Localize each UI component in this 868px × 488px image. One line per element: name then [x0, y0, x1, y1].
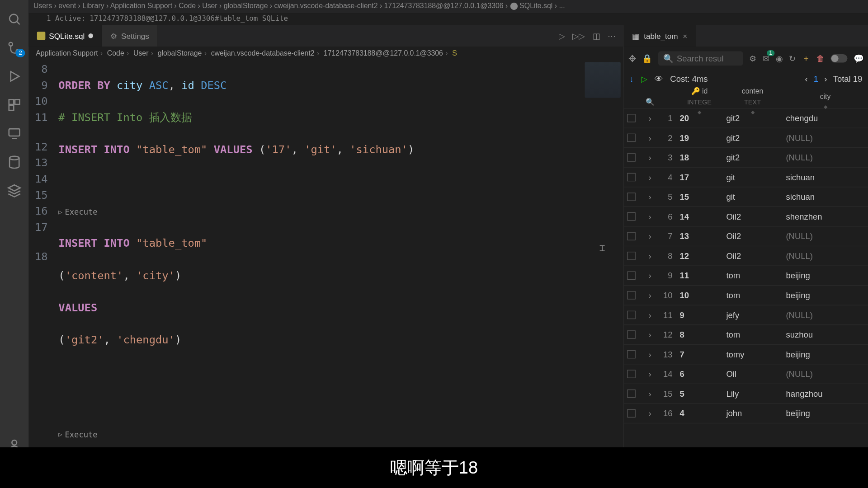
row-checkbox[interactable]	[627, 232, 635, 240]
cell-id[interactable]: 19	[676, 133, 723, 142]
cell-content[interactable]: tom	[723, 330, 783, 339]
next-page-icon[interactable]: ›	[824, 74, 827, 84]
cell-city[interactable]: hangzhou	[783, 389, 868, 399]
cell-id[interactable]: 13	[676, 231, 723, 241]
expand-icon[interactable]: ›	[640, 291, 659, 300]
cell-id[interactable]: 9	[676, 310, 723, 319]
row-checkbox[interactable]	[627, 370, 635, 378]
expand-icon[interactable]: ›	[640, 408, 659, 418]
execute-codelens[interactable]: Execute	[58, 206, 623, 219]
cell-city[interactable]: beijing	[783, 291, 868, 300]
row-checkbox[interactable]	[627, 389, 635, 398]
cell-city[interactable]: (NULL)	[783, 153, 868, 162]
cell-id[interactable]: 15	[676, 192, 723, 202]
row-checkbox[interactable]	[627, 114, 635, 122]
expand-icon[interactable]: ›	[640, 172, 659, 182]
expand-icon[interactable]: ›	[640, 369, 659, 379]
cell-content[interactable]: git2	[723, 133, 783, 142]
tab-settings[interactable]: ⚙ Settings	[102, 25, 158, 47]
tab-sqlite-sql[interactable]: SQLite.sql	[28, 25, 102, 47]
cell-id[interactable]: 4	[676, 408, 723, 418]
cell-city[interactable]: sichuan	[783, 172, 868, 182]
close-icon[interactable]: ×	[683, 31, 687, 40]
table-row[interactable]: ›812Oil2(NULL)	[623, 246, 868, 266]
expand-icon[interactable]: ›	[640, 330, 659, 339]
execute-codelens[interactable]: Execute	[58, 428, 623, 441]
table-row[interactable]: ›119jefy(NULL)	[623, 305, 868, 325]
table-row[interactable]: ›614Oil2shenzhen	[623, 207, 868, 227]
row-checkbox[interactable]	[627, 212, 635, 221]
expand-icon[interactable]: ›	[640, 310, 659, 319]
lock-icon[interactable]: 🔒	[642, 54, 652, 63]
cell-city[interactable]: chengdu	[783, 113, 868, 123]
row-checkbox[interactable]	[627, 252, 635, 260]
toggle[interactable]	[830, 54, 847, 62]
table-row[interactable]: ›1010tombeijing	[623, 286, 868, 305]
run-all-icon[interactable]: ▷▷	[572, 31, 585, 41]
col-content[interactable]: contenTEXT	[723, 87, 783, 117]
cell-id[interactable]: 14	[676, 212, 723, 221]
cell-content[interactable]: tom	[723, 291, 783, 300]
table-row[interactable]: ›219git2(NULL)	[623, 128, 868, 148]
cell-id[interactable]: 18	[676, 153, 723, 162]
search-input[interactable]: 🔍	[658, 52, 743, 66]
cell-id[interactable]: 11	[676, 271, 723, 280]
cell-content[interactable]: Oil2	[723, 251, 783, 261]
cell-content[interactable]: tomy	[723, 350, 783, 359]
expand-icon[interactable]: ›	[640, 212, 659, 221]
tab-table-tom[interactable]: ▦ table_tom ×	[623, 25, 695, 47]
cell-city[interactable]: (NULL)	[783, 369, 868, 379]
table-row[interactable]: ›713Oil2(NULL)	[623, 227, 868, 247]
table-row[interactable]: ›146Oil(NULL)	[623, 365, 868, 385]
table-row[interactable]: ›164johnbeijing	[623, 404, 868, 424]
table-row[interactable]: ›911tombeijing	[623, 266, 868, 286]
chat-icon[interactable]: 💬	[854, 54, 863, 63]
table-row[interactable]: ›318git2(NULL)	[623, 148, 868, 168]
cell-content[interactable]: git2	[723, 113, 783, 123]
table-row[interactable]: ›417gitsichuan	[623, 168, 868, 188]
search-icon[interactable]	[0, 5, 28, 33]
download-icon[interactable]: ↓	[630, 74, 634, 84]
expand-icon[interactable]: ›	[640, 350, 659, 359]
filter-icon[interactable]: 🔍	[640, 98, 659, 106]
editor-breadcrumb[interactable]: Application Support› Code› User› globalS…	[28, 47, 623, 61]
cell-content[interactable]: tom	[723, 271, 783, 280]
move-icon[interactable]: ✥	[628, 53, 636, 64]
row-checkbox[interactable]	[627, 409, 635, 418]
row-checkbox[interactable]	[627, 330, 635, 338]
row-checkbox[interactable]	[627, 192, 635, 201]
expand-icon[interactable]: ›	[640, 133, 659, 142]
refresh-icon[interactable]: ↻	[789, 54, 796, 63]
split-editor-icon[interactable]: ◫	[593, 31, 600, 41]
row-checkbox[interactable]	[627, 153, 635, 161]
cell-city[interactable]: (NULL)	[783, 231, 868, 241]
expand-icon[interactable]: ›	[640, 271, 659, 280]
cell-content[interactable]: git	[723, 172, 783, 182]
cell-id[interactable]: 17	[676, 172, 723, 182]
run-debug-icon[interactable]	[0, 62, 28, 90]
cell-city[interactable]: shenzhen	[783, 212, 868, 221]
table-row[interactable]: ›515gitsichuan	[623, 187, 868, 207]
row-checkbox[interactable]	[627, 350, 635, 358]
settings-icon[interactable]: ⚙	[749, 54, 757, 63]
row-checkbox[interactable]	[627, 134, 635, 142]
cell-city[interactable]: (NULL)	[783, 251, 868, 261]
cell-content[interactable]: Oil2	[723, 212, 783, 221]
col-city[interactable]: city	[783, 93, 868, 112]
run-icon[interactable]: ▷	[559, 31, 566, 41]
row-checkbox[interactable]	[627, 272, 635, 280]
cell-content[interactable]: Lily	[723, 389, 783, 399]
cell-id[interactable]: 7	[676, 350, 723, 359]
cell-id[interactable]: 20	[676, 113, 723, 123]
expand-icon[interactable]: ›	[640, 251, 659, 261]
database-icon[interactable]	[0, 148, 28, 176]
table-row[interactable]: ›155Lilyhangzhou	[623, 384, 868, 404]
mail-icon[interactable]: ✉	[763, 54, 770, 63]
source-control-icon[interactable]: 2	[0, 33, 28, 62]
cell-id[interactable]: 12	[676, 251, 723, 261]
cell-id[interactable]: 5	[676, 389, 723, 399]
github-icon[interactable]: ◉	[776, 54, 783, 63]
expand-icon[interactable]: ›	[640, 153, 659, 162]
cell-content[interactable]: Oil	[723, 369, 783, 379]
table-row[interactable]: ›128tomsuzhou	[623, 325, 868, 345]
